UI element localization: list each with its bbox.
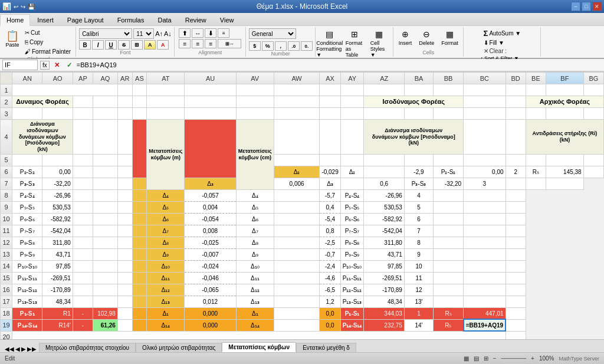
cell-AS13[interactable] [132,248,147,260]
cell-AU7[interactable]: Δ₃ [185,178,236,189]
cell-AO18[interactable]: R1 [42,307,73,319]
cell-BD9[interactable] [434,201,464,213]
cell-BA15[interactable]: P₁₁-S₁₁ [340,272,364,284]
cell-BD19[interactable]: R₅ [434,319,464,331]
cell-AZ13[interactable]: -0,7 [320,248,340,260]
cell-BD14[interactable] [434,260,464,272]
cell-AZ8[interactable]: -5,7 [320,189,340,201]
row-num-4[interactable]: 4 [1,120,12,155]
sheet-tab-1[interactable]: Μητρώο στιβαρότητας στοιχείου [39,343,136,352]
conditional-formatting-btn[interactable]: ▤ Conditional Formatting ▼ [319,28,341,59]
cell-BB12[interactable]: 311,80 [364,237,405,248]
cell-BE18[interactable]: 447,01 [464,307,505,319]
col-header-BC[interactable]: BC [464,73,505,84]
align-center-btn[interactable]: ≡ [192,39,203,48]
col-header-BG[interactable]: BG [583,73,603,84]
cell-AT2[interactable] [147,96,185,108]
cell-AU15[interactable]: Δ₁₁ [147,272,185,284]
cell-AX12[interactable]: Δ₈ [236,237,274,248]
cell-AO19[interactable]: R14' [42,319,73,331]
cell-BF5[interactable] [546,154,584,166]
comma-btn[interactable]: , [275,41,287,51]
cell-AU1[interactable] [185,84,236,96]
border-btn[interactable]: ⊞ [131,40,143,50]
cell-BC7[interactable]: 3 [464,178,505,189]
row-num-2[interactable]: 2 [1,96,12,108]
col-header-BB[interactable]: BB [434,73,464,84]
cell-AV3[interactable] [236,108,274,120]
align-middle-btn[interactable]: ↔ [192,28,203,38]
cell-AU3[interactable] [185,108,236,120]
cell-AW12[interactable]: -0,025 [185,237,236,248]
cell-AN6[interactable]: P₂-S₂ [12,166,42,178]
cell-AW8[interactable]: -0,057 [185,189,236,201]
cell-BB5[interactable] [434,154,464,166]
cell-reference-box[interactable] [2,60,38,70]
cell-AW1[interactable] [274,84,320,96]
cell-AZ2[interactable]: Ισοδύναμος Φορέας [364,96,464,108]
cell-BC18[interactable]: 1 [404,307,433,319]
cell-BG1[interactable] [583,84,603,96]
cell-BE10[interactable] [464,213,505,225]
cell-AO14[interactable]: 97,85 [42,260,73,272]
cell-BA5[interactable] [404,154,433,166]
zoom-slider[interactable]: ────── [501,355,527,362]
cell-BE17[interactable] [464,296,505,307]
cell-BD13[interactable] [434,248,464,260]
cell-AS12[interactable] [132,237,147,248]
align-bottom-btn[interactable]: ⬇ [205,28,216,38]
cell-BE16[interactable] [464,284,505,296]
cell-AW13[interactable]: -0,007 [185,248,236,260]
col-header-AR[interactable]: AR [117,73,132,84]
number-format-select[interactable]: General Number [249,28,296,39]
cell-AX19[interactable]: Δ₁₄ [236,319,274,331]
sheet-tab-4[interactable]: Εντατικό μεγέθη δ [296,343,356,352]
cell-BA7[interactable]: P₃-S₃ [404,178,433,189]
cell-AP5[interactable] [73,154,93,166]
currency-btn[interactable]: $ [249,41,261,51]
row-num-15[interactable]: 15 [1,272,12,284]
redo-btn[interactable]: ↪ [21,4,25,10]
cell-BA10[interactable]: P₆-S₆ [340,213,364,225]
cell-AW11[interactable]: 0,008 [185,225,236,237]
cell-AZ6[interactable]: -2,9 [404,166,433,178]
row-num-5[interactable]: 5 [1,154,12,166]
cell-AR5[interactable] [117,154,132,166]
cell-BA3[interactable] [404,108,433,120]
cell-AW10[interactable]: -0,054 [185,213,236,225]
sheet-tab-3[interactable]: Μετατοπίσεις κόμβων [222,342,296,352]
cell-AW16[interactable]: -0,065 [185,284,236,296]
row-num-9[interactable]: 9 [1,201,12,213]
cell-AU6[interactable]: Δ₂ [274,166,320,178]
cell-AN4[interactable]: Διάνυσμα ισοδύναμωνδυνάμεων κόμβων [Ρισό… [12,120,73,155]
cell-AR12[interactable] [117,237,132,248]
cell-BC3[interactable] [464,108,505,120]
cell-AU13[interactable]: Δ₉ [147,248,185,260]
cell-AV1[interactable] [236,84,274,96]
cell-AQ10[interactable] [93,213,118,225]
cell-AO13[interactable]: 43,71 [42,248,73,260]
increase-font-icon[interactable]: A↑ [155,30,163,37]
cell-AR1[interactable] [117,84,132,96]
row-num-1[interactable]: 1 [1,84,12,96]
cell-AR9[interactable] [117,201,132,213]
cell-AP13[interactable] [73,248,93,260]
cell-AQ9[interactable] [93,201,118,213]
row-num-14[interactable]: 14 [1,260,12,272]
cell-BC2[interactable] [464,96,505,108]
cell-AX18[interactable]: Δ₁ [236,307,274,319]
cell-BB9[interactable]: 530,53 [364,201,405,213]
formula-input[interactable] [77,61,602,68]
cell-AT4-merged[interactable]: Μετατοπίσεις κόμβων (m) [147,120,185,190]
cell-BC16[interactable]: 12 [404,284,433,296]
cell-BC19[interactable]: 14' [404,319,433,331]
cell-BF15[interactable] [505,272,526,284]
cut-btn[interactable]: ✂ Cut [22,28,73,37]
cell-AR13[interactable] [117,248,132,260]
cell-AP18[interactable]: - [73,307,93,319]
cell-AZ14[interactable]: -2,4 [320,260,340,272]
cell-AQ8[interactable] [93,189,118,201]
cell-AX15[interactable]: Δ₁₁ [236,272,274,284]
cell-empty-20[interactable] [12,331,506,339]
cell-AV4-merged[interactable]: Μετατοπίσεις κόμβων (cm) [236,120,274,190]
